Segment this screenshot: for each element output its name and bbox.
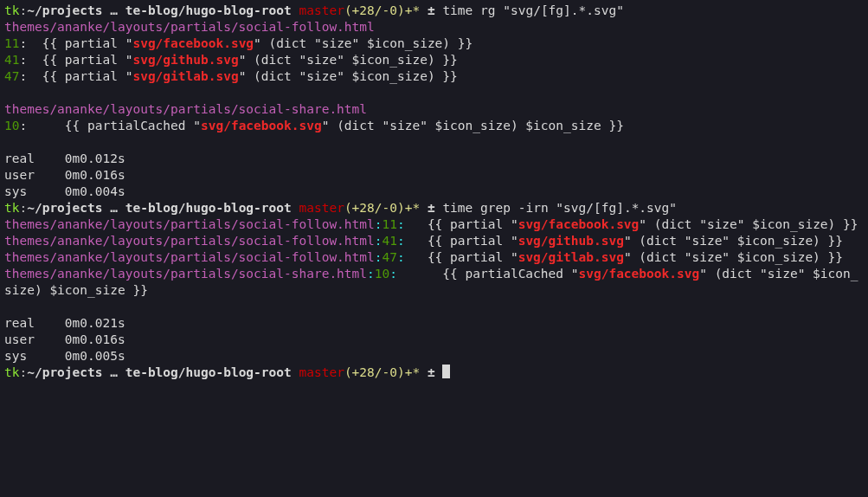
cursor-block-icon bbox=[442, 365, 450, 378]
prompt-path: ~/projects … te-blog/hugo-blog-root bbox=[27, 365, 292, 379]
rg-text: " (dict "size" $icon_size) $icon_size }} bbox=[322, 119, 624, 132]
rg-text: : {{ partial " bbox=[19, 53, 132, 67]
rg-text: " (dict "size" $icon_size) }} bbox=[254, 36, 473, 50]
grep-line-number: 11 bbox=[383, 217, 397, 231]
prompt-user: tk bbox=[4, 3, 19, 17]
grep-match: svg/gitlab.svg bbox=[518, 250, 624, 264]
grep-file: themes/ananke/layouts/partials/social-fo… bbox=[4, 217, 375, 231]
rg-match: svg/facebook.svg bbox=[132, 36, 254, 50]
time-real: real 0m0.021s bbox=[4, 316, 125, 330]
terminal-window[interactable]: tk:~/projects … te-blog/hugo-blog-root m… bbox=[0, 0, 868, 385]
grep-match: svg/facebook.svg bbox=[518, 217, 640, 231]
prompt-sep: : bbox=[19, 365, 27, 379]
rg-file-header: themes/ananke/layouts/partials/social-fo… bbox=[4, 20, 375, 34]
command-text: time grep -irn "svg/[fg].*.svg" bbox=[442, 201, 677, 215]
time-sys: sys 0m0.005s bbox=[4, 349, 125, 363]
git-dirty: +* bbox=[405, 365, 420, 379]
grep-file: themes/ananke/layouts/partials/social-fo… bbox=[4, 250, 375, 264]
grep-colon: : bbox=[397, 217, 405, 231]
time-sys: sys 0m0.004s bbox=[4, 184, 125, 198]
prompt-symbol: ± bbox=[420, 201, 442, 215]
grep-text: {{ partial " bbox=[405, 250, 518, 264]
git-diff: (+28/-0) bbox=[344, 201, 405, 215]
prompt-line[interactable]: tk:~/projects … te-blog/hugo-blog-root m… bbox=[4, 365, 450, 379]
grep-text: " (dict "size" $icon_size) }} bbox=[624, 250, 843, 264]
grep-file: themes/ananke/layouts/partials/social-sh… bbox=[4, 267, 367, 281]
grep-file: themes/ananke/layouts/partials/social-fo… bbox=[4, 234, 375, 248]
time-user: user 0m0.016s bbox=[4, 332, 125, 346]
grep-colon: : bbox=[375, 217, 383, 231]
grep-colon: : bbox=[389, 267, 397, 281]
command-text: time rg "svg/[fg].*.svg" bbox=[442, 3, 624, 17]
grep-line-number: 41 bbox=[383, 234, 397, 248]
grep-text: " (dict "size" $icon_size) }} bbox=[624, 234, 843, 248]
rg-line-number: 47 bbox=[4, 69, 19, 83]
prompt-line: tk:~/projects … te-blog/hugo-blog-root m… bbox=[4, 201, 677, 215]
rg-file-header: themes/ananke/layouts/partials/social-sh… bbox=[4, 102, 367, 116]
grep-text: {{ partial " bbox=[405, 234, 518, 248]
grep-match: svg/facebook.svg bbox=[578, 267, 699, 281]
grep-line-number: 47 bbox=[383, 250, 397, 264]
git-branch: master bbox=[299, 201, 344, 215]
grep-colon: : bbox=[397, 250, 405, 264]
prompt-sep: : bbox=[19, 3, 27, 17]
prompt-symbol: ± bbox=[420, 3, 442, 17]
rg-line-number: 11 bbox=[4, 36, 19, 50]
grep-text: {{ partialCached " bbox=[397, 267, 579, 281]
prompt-user: tk bbox=[4, 201, 19, 215]
rg-line-number: 10 bbox=[4, 119, 19, 132]
prompt-path: ~/projects … te-blog/hugo-blog-root bbox=[27, 3, 292, 17]
git-dirty: +* bbox=[405, 3, 420, 17]
rg-match: svg/gitlab.svg bbox=[132, 69, 238, 83]
prompt-user: tk bbox=[4, 365, 19, 379]
grep-colon: : bbox=[375, 234, 383, 248]
git-branch: master bbox=[299, 3, 344, 17]
time-user: user 0m0.016s bbox=[4, 168, 125, 182]
rg-text: " (dict "size" $icon_size) }} bbox=[239, 69, 458, 83]
git-diff: (+28/-0) bbox=[344, 365, 405, 379]
grep-colon: : bbox=[375, 250, 383, 264]
git-dirty: +* bbox=[405, 201, 420, 215]
git-diff: (+28/-0) bbox=[344, 3, 405, 17]
rg-text: : {{ partial " bbox=[19, 69, 132, 83]
rg-match: svg/facebook.svg bbox=[201, 119, 322, 132]
rg-line-number: 41 bbox=[4, 53, 19, 67]
rg-text: : {{ partial " bbox=[19, 36, 132, 50]
grep-colon: : bbox=[367, 267, 375, 281]
rg-match: svg/github.svg bbox=[132, 53, 238, 67]
prompt-line: tk:~/projects … te-blog/hugo-blog-root m… bbox=[4, 3, 624, 17]
rg-text: " (dict "size" $icon_size) }} bbox=[239, 53, 458, 67]
grep-text: " (dict "size" $icon_size) }} bbox=[639, 217, 858, 231]
rg-text: : {{ partialCached " bbox=[19, 119, 201, 132]
prompt-sep: : bbox=[19, 201, 27, 215]
grep-match: svg/github.svg bbox=[518, 234, 624, 248]
prompt-path: ~/projects … te-blog/hugo-blog-root bbox=[27, 201, 292, 215]
git-branch: master bbox=[299, 365, 344, 379]
grep-line-number: 10 bbox=[375, 267, 389, 281]
grep-colon: : bbox=[397, 234, 405, 248]
time-real: real 0m0.012s bbox=[4, 152, 125, 165]
grep-text: {{ partial " bbox=[405, 217, 518, 231]
prompt-symbol: ± bbox=[420, 365, 442, 379]
